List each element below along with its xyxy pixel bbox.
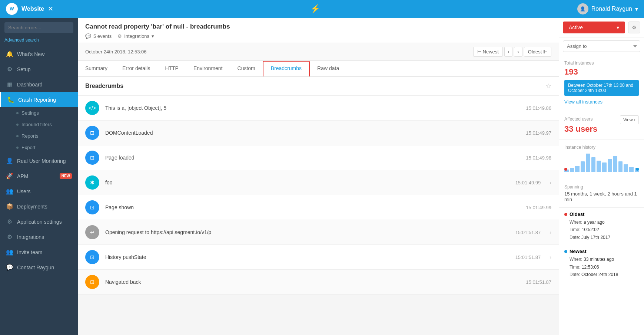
integrations-meta[interactable]: ⚙ Integrations ▾ [117, 33, 154, 39]
assign-row: Assign to [559, 37, 644, 55]
bc-time: 15:01:51.87 [515, 230, 541, 235]
breadcrumb-item: </> This is a, [object Object], 5 15:01:… [78, 96, 559, 121]
gear-button[interactable]: ⚙ [628, 22, 640, 33]
sidebar-item-dashboard[interactable]: ▦ Dashboard [0, 77, 78, 92]
affected-users-section: Affected users View › 33 users [559, 110, 644, 139]
layout: Advanced search 🔔 What's New ⚙ Setup ▦ D… [0, 18, 644, 335]
bc-label: Page shown [105, 204, 520, 210]
breadcrumb-item[interactable]: ↩ Opening request to https://api.segment… [78, 220, 559, 245]
sidebar-item-label: Integrations [17, 234, 44, 240]
history-chart [564, 151, 639, 174]
date-range-box: Between October 17th 13:00 and October 2… [564, 80, 639, 96]
search-container [0, 18, 78, 37]
assign-select[interactable]: Assign to [563, 40, 640, 52]
sidebar-item-crash-reporting[interactable]: 🐛 Crash Reporting [0, 92, 78, 107]
sidebar-item-label: Contact Raygun [17, 265, 54, 270]
sidebar-sub-settings[interactable]: Settings [0, 107, 78, 119]
sidebar-sub-export[interactable]: Export [0, 142, 78, 153]
oldest-btn[interactable]: Oldest ⊩ [524, 47, 551, 57]
view-users-button[interactable]: View › [620, 115, 639, 124]
bc-label: Opening request to https://api.segment.i… [105, 229, 509, 235]
tab-environment[interactable]: Environment [186, 61, 230, 76]
oldest-dot [564, 168, 567, 171]
star-icon[interactable]: ☆ [545, 82, 551, 90]
sidebar-item-invite-team[interactable]: 👥 Invite team [0, 244, 78, 260]
sidebar-item-contact[interactable]: 💬 Contact Raygun [0, 260, 78, 275]
instance-history-section: Instance history [559, 139, 644, 179]
sidebar-item-whats-new[interactable]: 🔔 What's New [0, 46, 78, 62]
search-input[interactable] [4, 22, 73, 33]
error-header: Cannot read property 'bar' of null - bre… [78, 18, 559, 43]
chart-bar [570, 168, 574, 172]
bc-time: 15:01:49.97 [526, 130, 551, 136]
breadcrumb-item: ⊡ DOMContentLoaded 15:01:49.97 [78, 121, 559, 145]
total-instances-label: Total instances [564, 60, 639, 66]
setup-icon: ⚙ [6, 66, 13, 73]
tab-summary[interactable]: Summary [78, 61, 115, 76]
active-chevron: ▾ [617, 24, 619, 30]
sidebar-item-label: What's New [17, 51, 44, 57]
status-controls: Active ▾ ⚙ [559, 18, 644, 37]
sidebar-item-label: Real User Monitoring [17, 158, 66, 164]
tab-custom[interactable]: Custom [230, 61, 263, 76]
oldest-detail: When: a year ago Time: 10:52:02 Date: Ju… [564, 219, 639, 241]
timestamp-nav: ⊨ Newest ‹ › Oldest ⊩ [473, 47, 551, 57]
deployments-icon: 📦 [6, 203, 13, 210]
integrations-chevron: ▾ [152, 33, 154, 39]
chart-bar [629, 167, 634, 172]
app-logo: W [6, 3, 18, 15]
sidebar-item-integrations[interactable]: ⚙ Integrations [0, 229, 78, 244]
sidebar-item-deployments[interactable]: 📦 Deployments [0, 199, 78, 214]
dashboard-icon: ▦ [6, 81, 13, 88]
tab-http[interactable]: HTTP [157, 61, 186, 76]
tab-breadcrumbs[interactable]: Breadcrumbs [263, 61, 310, 76]
sidebar-item-app-settings[interactable]: ⚙ Application settings [0, 214, 78, 229]
instance-history-label: Instance history [564, 145, 639, 150]
sidebar-item-label: Dashboard [17, 82, 43, 88]
tab-error-details[interactable]: Error details [115, 61, 157, 76]
newest-btn[interactable]: ⊨ Newest [473, 47, 503, 57]
users-icon: 👥 [6, 188, 13, 195]
events-meta[interactable]: 💬 5 events [85, 33, 112, 39]
newest-section: Newest When: 33 minutes ago Time: 12:53:… [559, 245, 644, 282]
bc-label: This is a, [object Object], 5 [105, 105, 520, 111]
top-nav-left: W Website ✕ [6, 3, 53, 15]
breadcrumb-item[interactable]: ⊡ History pushState 15:01:51.87 › [78, 245, 559, 270]
crash-reporting-icon: 🐛 [7, 96, 14, 103]
tab-raw-data[interactable]: Raw data [310, 61, 346, 76]
breadcrumb-item[interactable]: ✱ foo 15:01:49.99 › [78, 170, 559, 195]
view-all-instances-link[interactable]: View all instances [564, 99, 639, 105]
sidebar-item-rum[interactable]: 👤 Real User Monitoring [0, 153, 78, 168]
sidebar-sub-label: Settings [21, 110, 39, 116]
chart-bar [591, 157, 596, 172]
sidebar-sub-label: Inbound filters [21, 122, 52, 127]
prev-btn[interactable]: ‹ [504, 47, 512, 57]
sidebar-item-apm[interactable]: 🚀 APM NEW [0, 168, 78, 184]
breadcrumb-item: ⊡ Page loaded 15:01:49.98 [78, 145, 559, 170]
sub-dot [16, 135, 19, 137]
sidebar-sub-reports[interactable]: Reports [0, 130, 78, 142]
sidebar-sub-inbound-filters[interactable]: Inbound filters [0, 119, 78, 130]
top-nav-user[interactable]: 👤 Ronald Raygun ▾ [577, 3, 638, 14]
advanced-search-link[interactable]: Advanced search [0, 37, 78, 46]
integrations-label: Integrations [124, 33, 149, 39]
oldest-label: Oldest [564, 211, 639, 217]
share-icon[interactable]: ✕ [48, 5, 53, 13]
sidebar-item-users[interactable]: 👥 Users [0, 184, 78, 199]
sidebar-item-setup[interactable]: ⚙ Setup [0, 62, 78, 77]
new-badge: NEW [60, 173, 72, 179]
spanning-label: Spanning [564, 184, 639, 190]
chart-bar [624, 164, 628, 172]
next-btn[interactable]: › [514, 47, 522, 57]
app-settings-icon: ⚙ [6, 218, 13, 225]
active-status-button[interactable]: Active ▾ [563, 22, 625, 33]
chevron-right-icon: › [550, 229, 551, 235]
spanning-section: Spanning 15 months, 1 week, 2 hours and … [559, 179, 644, 208]
bc-label: DOMContentLoaded [105, 130, 520, 136]
sidebar-item-label: Application settings [17, 219, 62, 225]
spanning-value: 15 months, 1 week, 2 hours and 1 min [564, 191, 639, 202]
bc-label: foo [105, 180, 509, 185]
contact-icon: 💬 [6, 264, 13, 271]
bc-icon-page: ⊡ [85, 250, 99, 264]
bc-icon-page: ⊡ [85, 200, 99, 214]
